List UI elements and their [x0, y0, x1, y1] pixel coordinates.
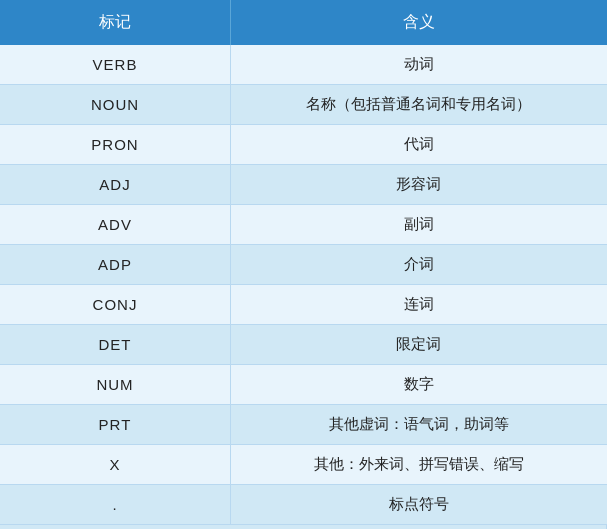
meaning-cell: 副词 [230, 205, 606, 245]
table-row: NOUN名称（包括普通名词和专用名词） [0, 85, 607, 125]
meaning-cell: 其他：外来词、拼写错误、缩写 [230, 445, 606, 485]
footer-url: https://blog.csdn.net/github_39655029 [0, 525, 607, 530]
table-header-row: 标记 含义 [0, 0, 607, 45]
tag-cell: PRT [0, 405, 230, 445]
table-row: CONJ连词 [0, 285, 607, 325]
tag-cell: . [0, 485, 230, 525]
tag-cell: PRON [0, 125, 230, 165]
meaning-cell: 代词 [230, 125, 606, 165]
pos-tag-table: 标记 含义 VERB动词NOUN名称（包括普通名词和专用名词）PRON代词ADJ… [0, 0, 607, 529]
table-row: PRT其他虚词：语气词，助词等 [0, 405, 607, 445]
meaning-cell: 数字 [230, 365, 606, 405]
table-row: ADP介词 [0, 245, 607, 285]
tag-cell: NOUN [0, 85, 230, 125]
table-row: X其他：外来词、拼写错误、缩写 [0, 445, 607, 485]
table-row: ADV副词 [0, 205, 607, 245]
col-header-tag: 标记 [0, 0, 230, 45]
tag-cell: X [0, 445, 230, 485]
meaning-cell: 形容词 [230, 165, 606, 205]
meaning-cell: 名称（包括普通名词和专用名词） [230, 85, 606, 125]
meaning-cell: 标点符号 [230, 485, 606, 525]
tag-cell: VERB [0, 45, 230, 85]
tag-cell: ADP [0, 245, 230, 285]
tag-cell: ADV [0, 205, 230, 245]
tag-table-container: 标记 含义 VERB动词NOUN名称（包括普通名词和专用名词）PRON代词ADJ… [0, 0, 607, 529]
tag-cell: ADJ [0, 165, 230, 205]
tag-cell: DET [0, 325, 230, 365]
table-row: NUM数字 [0, 365, 607, 405]
meaning-cell: 连词 [230, 285, 606, 325]
table-row: DET限定词 [0, 325, 607, 365]
table-row: ADJ形容词 [0, 165, 607, 205]
col-header-meaning: 含义 [230, 0, 606, 45]
meaning-cell: 介词 [230, 245, 606, 285]
tag-cell: NUM [0, 365, 230, 405]
footer-row: https://blog.csdn.net/github_39655029 [0, 525, 607, 530]
table-row: VERB动词 [0, 45, 607, 85]
meaning-cell: 限定词 [230, 325, 606, 365]
tag-cell: CONJ [0, 285, 230, 325]
meaning-cell: 动词 [230, 45, 606, 85]
meaning-cell: 其他虚词：语气词，助词等 [230, 405, 606, 445]
table-row: .标点符号 [0, 485, 607, 525]
table-row: PRON代词 [0, 125, 607, 165]
